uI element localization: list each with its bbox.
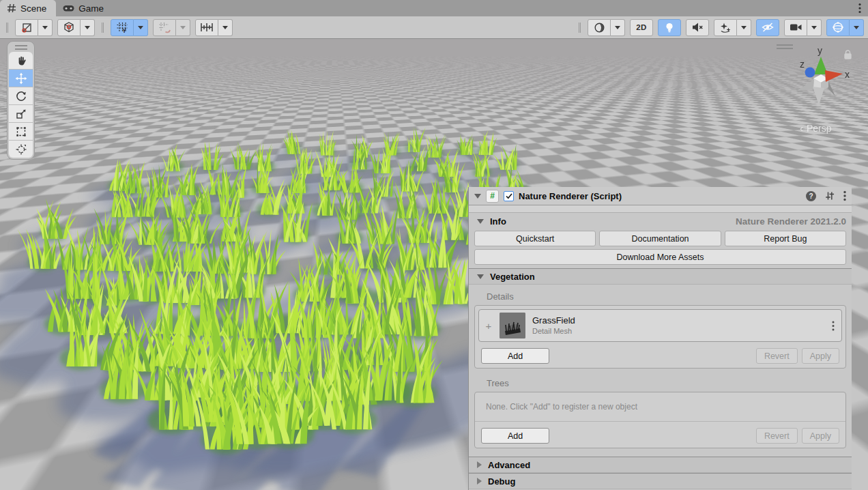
increment-snap-button[interactable] [195,19,218,36]
scene-lighting-toggle[interactable] [658,19,681,36]
increment-snap-split [195,19,233,36]
grassfield-thumbnail [500,313,525,338]
tool-handle-rotation-button[interactable] [57,19,81,36]
gizmos-dropdown[interactable] [850,19,864,36]
report-bug-button[interactable]: Report Bug [725,231,846,246]
header-icons: ? [806,190,846,201]
overlay-drag-handle[interactable] [777,45,793,48]
details-label: Details [487,291,852,302]
shading-mode-dropdown[interactable] [611,19,625,36]
gizmo-axis-neg-x[interactable] [797,79,814,91]
lock-icon[interactable] [845,51,851,59]
documentation-button[interactable]: Documentation [599,231,721,246]
gizmo-y-label: y [818,45,822,56]
transform-tool-icon [15,143,27,156]
hand-tool-icon [15,55,27,67]
details-add-button[interactable]: Add [481,348,549,364]
tool-rect-button[interactable] [9,122,33,140]
palette-drag-handle[interactable] [9,43,33,52]
details-apply-button[interactable]: Apply [802,348,839,364]
item-menu-icon[interactable] [832,321,835,331]
tool-transform-button[interactable] [9,140,33,158]
vegetation-section-header[interactable]: Vegetation [469,268,852,285]
tool-hand-button[interactable] [9,52,33,69]
component-header[interactable]: # Nature Renderer (Script) ? [469,187,852,205]
tool-scale-button[interactable] [9,104,33,122]
magnet-snap-dropdown[interactable] [176,19,190,36]
foldout-open-icon[interactable] [474,194,481,199]
debug-label: Debug [488,476,515,487]
unity-editor-window: Scene Game [0,0,868,490]
expand-plus-icon[interactable]: + [484,320,493,332]
foldout-closed-icon [477,478,482,485]
tab-scene[interactable]: Scene [0,0,56,16]
tool-handle-rotation-dropdown[interactable] [81,19,95,36]
csharp-script-icon: # [486,190,499,203]
collapsed-sections: Advanced Debug [469,457,852,489]
debug-section-header[interactable]: Debug [469,473,852,489]
increment-snap-dropdown[interactable] [218,19,233,36]
gizmo-z-label: z [800,59,805,70]
kebab-menu-icon [858,3,861,14]
camera-settings-button[interactable] [784,19,807,36]
trees-revert-button[interactable]: Revert [756,428,798,444]
camera-settings-dropdown[interactable] [807,19,822,36]
tool-move-button[interactable] [9,69,33,87]
rect-tool-icon [15,126,27,138]
scene-visibility-toggle[interactable] [756,19,779,36]
details-group: + GrassField [474,305,846,369]
2d-toggle-button[interactable]: 2D [630,19,653,36]
scene-gizmo[interactable]: y x z ‹ Persp [764,39,868,182]
increment-snap-icon [200,22,214,33]
component-title: Nature Renderer (Script) [519,191,622,201]
trees-apply-button[interactable]: Apply [802,428,839,444]
advanced-label: Advanced [488,460,530,470]
shading-mode-button[interactable] [588,19,611,36]
effects-dropdown[interactable] [737,19,751,36]
move-tool-icon [15,72,27,85]
component-enabled-checkbox[interactable] [504,191,514,201]
presets-icon[interactable] [824,190,835,201]
2d-label: 2D [636,23,647,31]
tab-options-button[interactable] [852,0,868,16]
foldout-open-icon [477,219,484,224]
gizmos-toggle[interactable] [826,19,850,36]
svg-text:Persp: Persp [807,123,832,134]
help-icon[interactable]: ? [806,191,816,201]
effects-toggle[interactable] [714,19,737,36]
advanced-section-header[interactable]: Advanced [469,457,852,473]
magnet-snap-split [153,19,190,36]
tab-game[interactable]: Game [56,0,113,16]
gizmo-axis-neg-y[interactable] [813,87,824,105]
tool-palette [7,41,35,160]
grid-snap-dropdown[interactable] [134,19,148,36]
tab-scene-label: Scene [20,3,46,14]
persp-label[interactable]: ‹ Persp [800,122,832,134]
grid-snap-toggle[interactable]: Y [111,19,134,36]
trees-empty-message: None. Click "Add" to register a new obje… [475,392,845,422]
tool-rotate-button[interactable] [9,87,33,104]
gizmo-axis-x[interactable] [825,70,843,82]
tool-handle-pivot-dropdown[interactable] [38,19,53,36]
quickstart-button[interactable]: Quickstart [474,231,596,246]
details-revert-button[interactable]: Revert [756,348,798,364]
detail-item-type: Detail Mesh [532,326,575,336]
tool-handle-rotation-split [57,19,95,36]
magnet-snap-toggle[interactable] [153,19,176,36]
gizmo-axis-z[interactable] [805,68,815,78]
detail-item-grassfield[interactable]: + GrassField [478,309,842,342]
audio-mute-toggle[interactable] [686,19,709,36]
info-label: Info [490,216,506,227]
tool-handle-pivot-button[interactable] [15,19,38,36]
svg-text:‹: ‹ [800,122,803,134]
trees-add-button[interactable]: Add [481,428,549,444]
gizmos-split [826,19,864,36]
toolbar-separator [102,23,104,33]
download-more-assets-button[interactable]: Download More Assets [474,249,846,265]
game-gamepad-icon [63,4,74,12]
vegetation-label: Vegetation [490,272,535,282]
component-menu-icon[interactable] [843,190,846,201]
gizmos-globe-icon [832,21,844,33]
info-foldout[interactable]: Info Nature Renderer 2021.2.0 [469,214,852,229]
detail-item-name: GrassField [532,315,575,326]
